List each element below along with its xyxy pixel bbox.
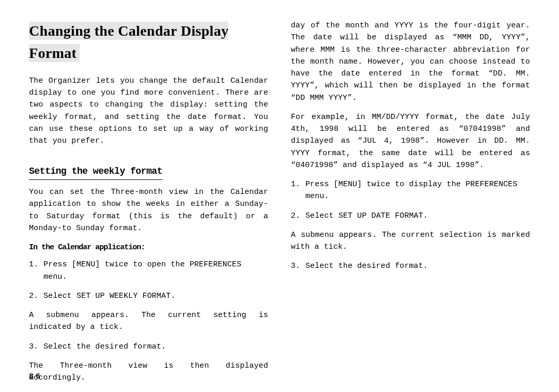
date-example-paragraph: For example, in MM/DD/YYYY format, the d…	[291, 111, 530, 171]
date-step3: 3. Select the desired format.	[291, 260, 530, 272]
step-item: 1. Press [MENU] twice to open the PREFER…	[29, 259, 268, 283]
weekly-subhead: In the Calendar application:	[29, 242, 268, 253]
step-text: Select the desired format.	[305, 260, 530, 272]
step-text: Select SET UP WEEKLY FORMAT.	[43, 290, 268, 302]
step-item: 3. Select the desired format.	[291, 260, 530, 272]
step-number: 1.	[291, 178, 305, 203]
page-title-text: Changing the Calendar Display Format	[29, 22, 228, 62]
right-column: day of the month and YYYY is the four-di…	[291, 20, 530, 356]
step-number: 2.	[291, 210, 305, 222]
date-steps: 1. Press [MENU] twice to display the PRE…	[291, 178, 530, 222]
two-column-layout: Changing the Calendar Display Format The…	[29, 20, 530, 356]
weekly-step3: 3. Select the desired format.	[29, 341, 268, 353]
step-number: 3.	[291, 260, 305, 272]
step-text: Select the desired format.	[43, 341, 268, 353]
step-text: Select SET UP DATE FORMAT.	[305, 210, 530, 222]
step-item: 2. Select SET UP WEEKLY FORMAT.	[29, 290, 268, 302]
step-number: 2.	[29, 290, 43, 302]
date-paragraph-right-continuation: day of the month and YYYY is the four-di…	[291, 20, 530, 104]
step-text: Press [MENU] twice to open the PREFERENC…	[43, 259, 268, 283]
page-number: 86	[29, 371, 42, 383]
step-number: 3.	[29, 341, 43, 353]
weekly-heading: Setting the weekly format	[29, 164, 163, 180]
left-column: Changing the Calendar Display Format The…	[29, 20, 268, 356]
step-item: 2. Select SET UP DATE FORMAT.	[291, 210, 530, 222]
step-item: 3. Select the desired format.	[29, 341, 268, 353]
step-item: 1. Press [MENU] twice to display the PRE…	[291, 178, 530, 203]
step-text: Press [MENU] twice to display the PREFER…	[305, 178, 530, 203]
intro-paragraph: The Organizer lets you change the defaul…	[29, 75, 268, 147]
weekly-paragraph: You can set the Three-month view in the …	[29, 186, 268, 234]
weekly-steps: 1. Press [MENU] twice to open the PREFER…	[29, 259, 268, 302]
document-page: Changing the Calendar Display Format The…	[0, 0, 559, 392]
date-submenu-note: A submenu appears. The current selection…	[291, 229, 530, 253]
page-title: Changing the Calendar Display Format	[29, 20, 268, 65]
weekly-closing: The Three-month view is then displayed a…	[29, 360, 268, 384]
weekly-submenu-note: A submenu appears. The current setting i…	[29, 309, 268, 334]
step-number: 1.	[29, 259, 43, 283]
